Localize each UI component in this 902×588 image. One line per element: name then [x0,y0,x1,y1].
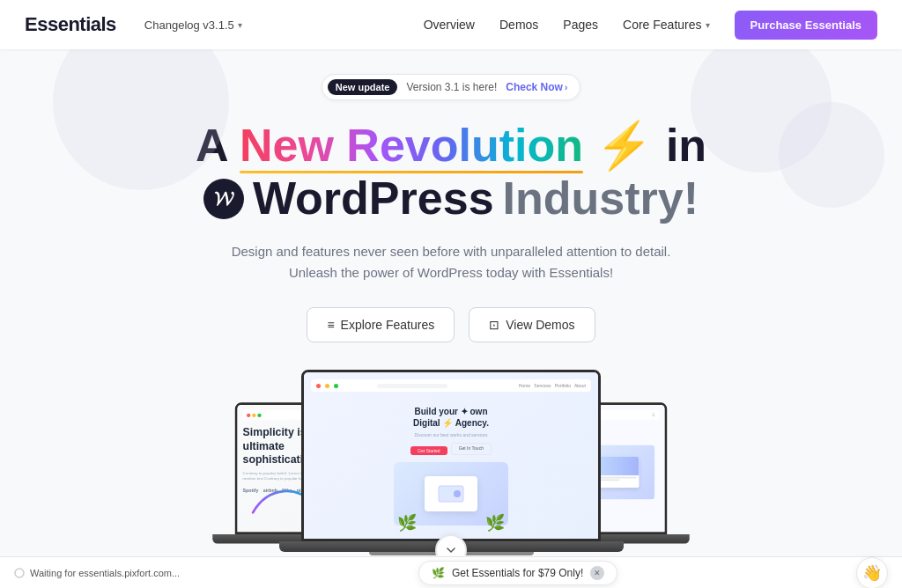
badge-text: Version 3.1 is here! [406,81,497,93]
bottom-bar: Waiting for essentials.pixfort.com... 🌿 … [0,556,902,588]
center-sub: Discover our best works and services [314,432,588,437]
headline-line2: 𝓦 WordPress Industry! [196,173,706,225]
right-nav-items: ☰ [652,413,655,417]
bg-blob-3 [779,102,884,208]
nav-pages[interactable]: Pages [563,18,598,32]
center-mockup-img: 🌿 🌿 [394,462,508,526]
cta-buttons: ≡ Explore Features ⊡ View Demos [307,307,595,342]
screen-center-content: Home Services Portfolio About Build your… [304,372,598,539]
laptop-center-screen: Home Services Portfolio About Build your… [301,370,601,541]
promo-close-button[interactable]: ✕ [590,566,604,580]
view-demos-button[interactable]: ⊡ View Demos [469,307,595,342]
changelog-link[interactable]: Changelog v3.1.5 ▾ [144,18,242,32]
check-now-link[interactable]: Check Now › [506,81,567,93]
svg-point-3 [15,569,24,577]
dot-yellow [252,413,255,416]
card-line1 [595,477,637,479]
dot-red [247,413,250,416]
loading-icon [14,568,25,578]
industry-text: Industry! [503,173,699,225]
nav-demos[interactable]: Demos [499,18,538,32]
hero-headline: A New Revolution ⚡ in 𝓦 WordPress Indust… [196,120,706,225]
scroll-down-icon [445,544,457,555]
center-btn-1: Get Started [410,446,447,455]
center-btn-2: Get In Touch [451,443,492,455]
explore-icon: ≡ [327,318,334,332]
screen-center-nav: Home Services Portfolio About [311,379,591,392]
status-bar: Waiting for essentials.pixfort.com... [14,568,180,578]
laptop-center: Home Services Portfolio About Build your… [301,370,601,555]
leaf-right-icon: 🌿 [485,513,505,533]
dot-red-c [316,384,321,388]
hero-subtext: Design and features never seen before wi… [232,241,671,285]
purchase-button[interactable]: Purchase Essentials [735,11,877,40]
wave-hand-button[interactable]: 👋 [856,557,888,589]
core-features-chevron: ▾ [706,20,710,30]
tablet-svg [438,485,464,503]
svg-rect-1 [440,488,455,496]
nav-items: Home Services Portfolio About [519,383,586,388]
nav-core-features[interactable]: Core Features ▾ [623,18,709,32]
center-title: Build your ✦ ownDigital ⚡ Agency. [314,406,588,429]
mockups-container: Minimal Simplicity is the ultimate sophi… [0,375,902,555]
changelog-chevron: ▾ [238,20,242,30]
gradient-text: New Revolution [240,120,583,171]
monitor-icon: ⊡ [489,318,499,332]
center-buttons: Get Started Get In Touch [314,443,588,455]
promo-text: Get Essentials for $79 Only! [452,567,583,579]
svg-point-2 [454,490,461,497]
nav-overview[interactable]: Overview [424,18,475,32]
dot-green [257,413,261,416]
hero-section: New update Version 3.1 is here! Check No… [0,49,902,555]
dot-yellow-c [325,384,329,388]
navbar: Essentials Changelog v3.1.5 ▾ Overview D… [0,0,902,49]
check-now-arrow: › [565,83,567,92]
wordpress-text: WordPress [253,173,494,225]
new-tag: New update [328,79,398,95]
promo-icon: 🌿 [432,567,445,579]
url-bar [377,384,447,388]
screen-center-hero: Build your ✦ ownDigital ⚡ Agency. Discov… [311,397,591,529]
headline-line1: A New Revolution ⚡ in [196,120,706,173]
dot-green-c [334,384,338,388]
changelog-label: Changelog v3.1.5 [144,18,234,32]
status-text: Waiting for essentials.pixfort.com... [30,568,180,578]
update-badge: New update Version 3.1 is here! Check No… [322,74,581,100]
bg-blob-2 [691,49,832,173]
site-logo: Essentials [25,13,116,36]
leaf-left-icon: 🌿 [397,513,417,533]
center-tablet-mockup [425,476,477,511]
wp-logo: 𝓦 [203,179,244,219]
promo-badge[interactable]: 🌿 Get Essentials for $79 Only! ✕ [418,561,617,585]
explore-features-button[interactable]: ≡ Explore Features [307,307,455,342]
nav-links: Overview Demos Pages Core Features ▾ Pur… [424,11,877,40]
